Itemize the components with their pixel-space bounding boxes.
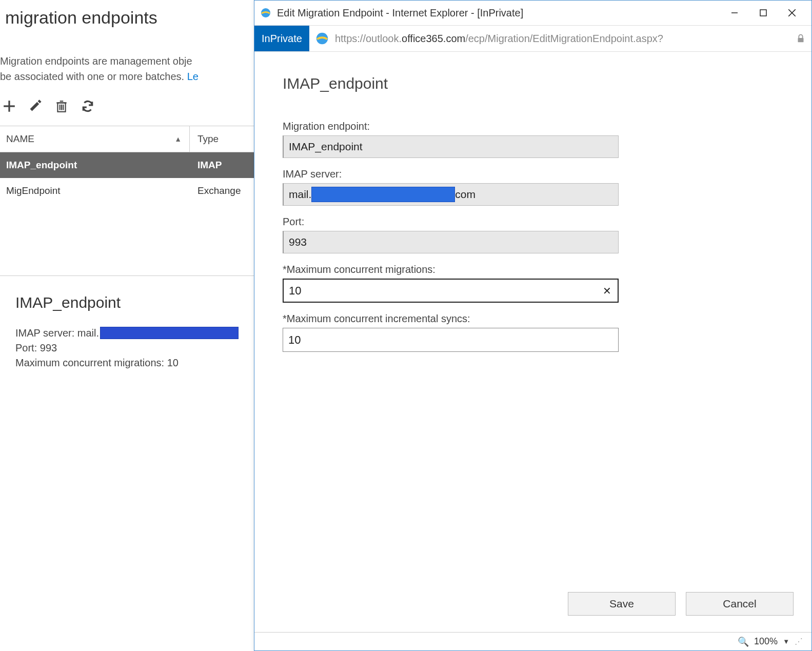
max-syncs-label: *Maximum concurrent incremental syncs: (283, 313, 783, 325)
cancel-button[interactable]: Cancel (686, 592, 794, 616)
add-icon[interactable] (3, 100, 16, 113)
delete-icon[interactable] (55, 100, 68, 113)
svg-rect-10 (760, 10, 766, 16)
col-name-header[interactable]: NAME ▲ (0, 126, 190, 152)
status-bar: 🔍 100% ▼ ⋰ (254, 632, 811, 650)
endpoint-field: IMAP_endpoint (283, 135, 619, 158)
address-bar: InPrivate https://outlook.office365.com/… (254, 25, 811, 52)
zoom-level[interactable]: 100% (754, 636, 778, 647)
minimize-button[interactable] (720, 3, 749, 23)
maximize-button[interactable] (749, 3, 778, 23)
server-field: mail.com (283, 183, 619, 206)
lock-icon (795, 33, 806, 44)
learn-more-link[interactable]: Le (187, 71, 199, 82)
edit-icon[interactable] (29, 100, 42, 113)
ie-icon (314, 31, 330, 46)
save-button[interactable]: Save (568, 592, 676, 616)
port-label: Port: (283, 216, 783, 228)
svg-rect-14 (798, 38, 804, 42)
window-title: Edit Migration Endpoint - Internet Explo… (277, 7, 720, 19)
close-button[interactable] (778, 3, 806, 23)
dialog-body: IMAP_endpoint Migration endpoint: IMAP_e… (254, 52, 811, 576)
inprivate-badge: InPrivate (254, 26, 309, 51)
url-field[interactable]: https://outlook.office365.com/ecp/Migrat… (335, 26, 790, 51)
refresh-icon[interactable] (81, 100, 94, 113)
max-syncs-input[interactable]: 10 (283, 328, 619, 352)
max-migrations-label: *Maximum concurrent migrations: (283, 264, 783, 275)
sort-asc-icon: ▲ (174, 135, 182, 143)
endpoint-label: Migration endpoint: (283, 121, 783, 132)
chevron-down-icon[interactable]: ▼ (783, 638, 789, 645)
edit-endpoint-dialog: Edit Migration Endpoint - Internet Explo… (254, 0, 812, 651)
server-label: IMAP server: (283, 168, 783, 180)
redacted-text (100, 327, 239, 339)
dialog-footer: Save Cancel (254, 576, 811, 632)
port-field: 993 (283, 231, 619, 253)
resize-grip[interactable]: ⋰ (795, 637, 804, 646)
ie-icon (260, 7, 272, 19)
dialog-heading: IMAP_endpoint (283, 75, 783, 92)
max-migrations-input[interactable]: 10 ✕ (283, 279, 619, 303)
zoom-icon[interactable]: 🔍 (738, 636, 749, 647)
window-titlebar: Edit Migration Endpoint - Internet Explo… (254, 1, 811, 25)
clear-icon[interactable]: ✕ (603, 285, 611, 297)
redacted-text (311, 187, 455, 202)
